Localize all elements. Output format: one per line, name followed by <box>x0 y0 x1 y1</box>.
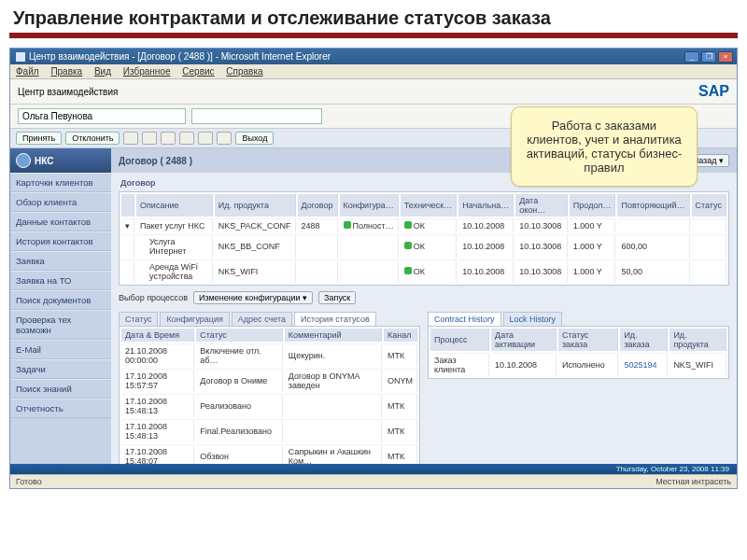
cell: 600,00 <box>617 234 689 258</box>
sidebar-item[interactable]: Отчетность <box>10 399 111 418</box>
user-name-input[interactable] <box>18 108 186 124</box>
status-history-panel: Статус Конфигурация Адрес счета История … <box>119 306 420 464</box>
sidebar: Карточки клиентов Обзор клиента Данные к… <box>10 173 111 464</box>
cell: 50,00 <box>617 259 689 283</box>
hcol-comment[interactable]: Комментарий <box>285 329 382 342</box>
cell: 1.000 Y <box>570 259 616 283</box>
table-row[interactable]: Заказ клиента 10.10.2008 Исполнено 50251… <box>430 353 726 376</box>
table-row[interactable]: 17.10.2008 15:48:07ОбзвонСапрыкин и Акаш… <box>121 444 417 464</box>
menubar: Файл Правка Вид Избранное Сервис Справка <box>10 64 737 79</box>
cell: Пакет услуг НКС <box>136 218 213 232</box>
content-area: Договор Описание Ид. продукта Договор Ко… <box>111 173 737 464</box>
table-row[interactable]: 17.10.2008 15:57:57Договор в ОнимеДогово… <box>121 369 417 392</box>
col-dur[interactable]: Продол… <box>570 194 616 217</box>
menu-help[interactable]: Справка <box>226 66 262 77</box>
col-prod[interactable]: Ид. продукта <box>215 194 296 217</box>
table-row[interactable]: ▾ Пакет услуг НКС NKS_PACK_CONF 2488 Пол… <box>121 218 726 232</box>
sidebar-item[interactable]: E-Mail <box>10 340 111 359</box>
menu-file[interactable]: Файл <box>16 66 39 77</box>
sidebar-item[interactable]: Задачи <box>10 359 111 379</box>
sidebar-item[interactable]: Карточки клиентов <box>10 173 111 192</box>
sap-logo: SAP <box>698 83 729 100</box>
sidebar-item[interactable]: Поиск документов <box>10 290 111 310</box>
brand-logo-icon <box>16 153 31 168</box>
sidebar-item[interactable]: Обзор клиента <box>10 192 111 212</box>
sidebar-item[interactable]: Поиск знаний <box>10 379 111 399</box>
sidebar-item[interactable]: Заявка на ТО <box>10 271 111 290</box>
top-header: Центр взаимодействия SAP <box>10 79 737 105</box>
menu-fav[interactable]: Избранное <box>123 66 171 77</box>
order-table: Процесс Дата активации Статус заказа Ид.… <box>428 326 729 379</box>
hcol-status[interactable]: Статус <box>196 329 282 342</box>
rcol-pid[interactable]: Ид. продукта <box>669 329 726 351</box>
table-row[interactable]: 17.10.2008 15:48:13РеализованоМТК <box>121 394 417 417</box>
brand-text: НКС <box>35 156 53 166</box>
col-start[interactable]: Начальна… <box>458 194 514 217</box>
cell: 10.10.2008 <box>458 234 514 258</box>
sidebar-item[interactable]: История контактов <box>10 231 111 251</box>
col-tech[interactable]: Техническ… <box>401 194 457 217</box>
history-table: Дата & Время Статус Комментарий Канал 21… <box>119 326 420 464</box>
cell <box>617 218 689 232</box>
accept-button[interactable]: Принять <box>16 132 62 145</box>
col-cfg[interactable]: Конфигура… <box>340 194 399 217</box>
col-status[interactable]: Статус <box>692 194 726 217</box>
cell: 10.10.2008 <box>458 218 514 232</box>
ie-icon <box>16 52 25 62</box>
cell: Полност… <box>353 221 394 231</box>
exit-button[interactable]: Выход <box>235 132 274 145</box>
tab-status[interactable]: Статус <box>119 312 158 326</box>
col-rec[interactable]: Повторяющий… <box>617 194 689 217</box>
run-button[interactable]: Запуск <box>318 291 356 304</box>
tab-history[interactable]: История статусов <box>294 312 376 326</box>
col-desc[interactable]: Описание <box>136 194 213 217</box>
tab-contract-history[interactable]: Contract History <box>428 312 501 326</box>
table-row[interactable]: Услуга Интернет NKS_BB_CONF ОК 10.10.200… <box>121 234 726 258</box>
reject-button[interactable]: Отклонить <box>65 132 120 145</box>
rcol-ost[interactable]: Статус заказа <box>558 329 618 351</box>
menu-edit[interactable]: Правка <box>50 66 82 77</box>
tab-lock-history[interactable]: Lock History <box>503 312 563 326</box>
status-dot-icon <box>404 221 412 229</box>
sidebar-item[interactable]: Заявка <box>10 251 111 271</box>
cell: ОК <box>414 267 425 276</box>
contract-table: Описание Ид. продукта Договор Конфигура…… <box>119 191 729 286</box>
table-row[interactable]: Аренда WiFi устройства NKS_WIFI ОК 10.10… <box>121 259 726 283</box>
menu-view[interactable]: Вид <box>94 66 111 77</box>
table-row[interactable]: 17.10.2008 15:48:13Final.РеализованоМТК <box>121 419 417 442</box>
table-row[interactable]: 21.10.2008 00:00:00Включение отл. аб…Щек… <box>121 343 417 367</box>
rcol-act[interactable]: Дата активации <box>491 329 557 351</box>
rcol-proc[interactable]: Процесс <box>430 329 489 351</box>
col-end[interactable]: Дата окон… <box>515 194 568 217</box>
sidebar-item[interactable]: Данные контактов <box>10 212 111 231</box>
rcol-oid[interactable]: Ид. заказа <box>620 329 668 351</box>
search-input[interactable] <box>191 108 322 124</box>
tool-icon-3[interactable] <box>161 132 176 145</box>
cell: ОК <box>414 221 425 231</box>
tool-icon-5[interactable] <box>198 132 213 145</box>
cell: NKS_WIFI <box>215 259 296 283</box>
close-button[interactable]: × <box>718 51 733 63</box>
status-ready: Готово <box>16 477 42 486</box>
cell: NKS_BB_CONF <box>215 234 296 258</box>
page-title: Договор ( 2488 ) <box>119 156 192 166</box>
minimize-button[interactable]: _ <box>684 51 699 63</box>
hcol-ch[interactable]: Канал <box>384 329 417 342</box>
col-doc[interactable]: Договор <box>298 194 338 217</box>
brand-cell: НКС <box>10 148 111 173</box>
app-footer-date: Thursday, October 23, 2008 11:39 <box>10 464 737 474</box>
change-config-button[interactable]: Изменение конфигурации ▾ <box>193 291 313 304</box>
tab-config[interactable]: Конфигурация <box>160 312 229 326</box>
cell: 1.000 Y <box>570 234 616 258</box>
tool-icon-1[interactable] <box>123 132 138 145</box>
maximize-button[interactable]: ❐ <box>701 51 716 63</box>
sidebar-item[interactable]: Проверка тех возможн <box>10 310 111 340</box>
menu-service[interactable]: Сервис <box>182 66 214 77</box>
tool-icon-4[interactable] <box>179 132 194 145</box>
cell <box>692 218 726 232</box>
hcol-dt[interactable]: Дата & Время <box>121 329 194 342</box>
tool-icon-6[interactable] <box>217 132 232 145</box>
cell: NKS_PACK_CONF <box>215 218 296 232</box>
tool-icon-2[interactable] <box>142 132 157 145</box>
tab-address[interactable]: Адрес счета <box>232 312 292 326</box>
